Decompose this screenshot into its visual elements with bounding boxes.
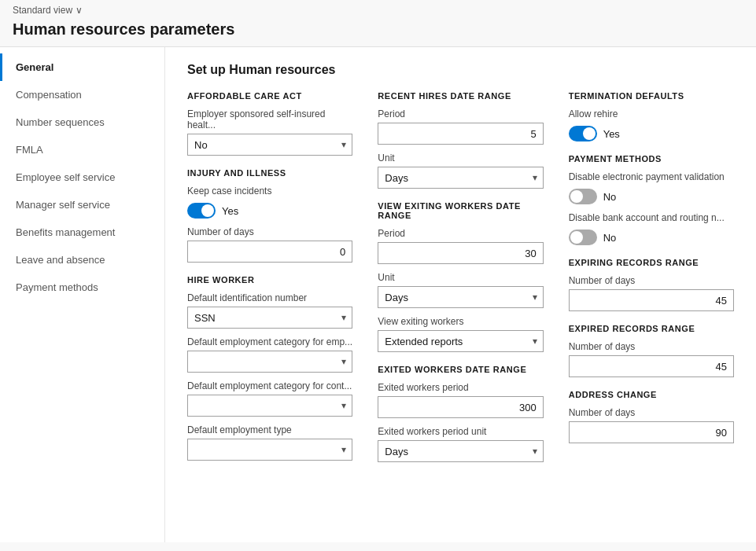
sidebar: General Compensation Number sequences FM… [0,47,165,542]
termination-defaults-header: TERMINATION DEFAULTS [569,91,734,101]
sidebar-item-employee-self-service[interactable]: Employee self service [0,163,164,191]
default-id-select[interactable]: SSN [187,307,352,329]
sidebar-item-manager-self-service[interactable]: Manager self service [0,191,164,219]
emp-cat-cont-select-wrapper [187,395,352,417]
allow-rehire-toggle[interactable] [569,126,597,141]
exited-period-label: Exited workers period [378,382,543,393]
default-id-select-wrapper: SSN [187,307,352,329]
emp-cat-cont-label: Default employment category for cont... [187,380,352,391]
view-label[interactable]: Standard view [13,5,72,16]
injury-days-label: Number of days [187,226,352,237]
emp-cat-emp-label: Default employment category for emp... [187,336,352,347]
view-exiting-workers-select-wrapper: Extended reports Direct reports [378,330,543,352]
recent-hires-period-input[interactable] [378,123,543,145]
employer-sponsored-select-wrapper: No Yes [187,134,352,156]
allow-rehire-toggle-text: Yes [603,128,620,140]
section-title: Set up Human resources [187,63,734,77]
employer-sponsored-label: Employer sponsored self-insured healt... [187,108,352,130]
disable-electronic-text: No [603,191,617,203]
col2: RECENT HIRES DATE RANGE Period Unit Days… [378,91,543,462]
layout: General Compensation Number sequences FM… [0,46,756,542]
view-exiting-unit-select-wrapper: Days Weeks Months [378,286,543,308]
columns-grid: AFFORDABLE CARE ACT Employer sponsored s… [187,91,734,462]
expiring-records-header: EXPIRING RECORDS RANGE [569,258,734,267]
col1: AFFORDABLE CARE ACT Employer sponsored s… [187,91,352,462]
main-content: Set up Human resources AFFORDABLE CARE A… [165,47,756,542]
sidebar-item-benefits-management[interactable]: Benefits management [0,219,164,246]
default-id-label: Default identification number [187,292,352,303]
disable-electronic-label: Disable electronic payment validation [569,171,734,182]
disable-bank-text: No [603,232,617,244]
payment-methods-header: PAYMENT METHODS [569,154,734,163]
exited-unit-select[interactable]: Days Weeks Months [378,440,543,462]
view-exiting-header: VIEW EXITING WORKERS DATE RANGE [378,201,543,220]
keep-case-toggle[interactable] [187,203,216,219]
injury-illness-header: INJURY AND ILLNESS [187,168,352,178]
address-days-label: Number of days [569,407,734,418]
address-days-input[interactable] [569,421,734,443]
view-exiting-workers-label: View exiting workers [378,316,543,327]
view-exiting-unit-select[interactable]: Days Weeks Months [378,286,543,308]
sidebar-item-compensation[interactable]: Compensation [0,81,164,108]
expired-records-header: EXPIRED RECORDS RANGE [569,324,734,333]
col3: TERMINATION DEFAULTS Allow rehire Yes PA… [569,91,734,462]
exited-unit-select-wrapper: Days Weeks Months [378,440,543,462]
view-exiting-unit-label: Unit [378,272,543,283]
address-change-header: ADDRESS CHANGE [569,390,734,399]
keep-case-toggle-row: Yes [187,203,352,219]
disable-bank-toggle[interactable] [569,230,597,245]
view-exiting-period-input[interactable] [378,242,543,264]
keep-case-label: Keep case incidents [187,186,352,197]
expiring-days-label: Number of days [569,275,734,286]
emp-type-select[interactable] [187,439,352,461]
disable-electronic-toggle-row: No [569,189,734,204]
chevron-down-icon: ∨ [76,5,83,16]
emp-cat-emp-select-wrapper [187,351,352,373]
sidebar-item-leave-and-absence[interactable]: Leave and absence [0,246,164,274]
keep-case-toggle-text: Yes [222,205,238,217]
expiring-days-input[interactable] [569,289,734,311]
expired-days-input[interactable] [569,355,734,377]
sidebar-item-payment-methods[interactable]: Payment methods [0,274,164,301]
recent-hires-unit-select[interactable]: Days Weeks Months [378,167,543,189]
exited-unit-label: Exited workers period unit [378,426,543,437]
disable-bank-toggle-row: No [569,230,734,245]
view-exiting-workers-select[interactable]: Extended reports Direct reports [378,330,543,352]
disable-bank-label: Disable bank account and routing n... [569,212,734,223]
sidebar-item-fmla[interactable]: FMLA [0,136,164,163]
page-title: Human resources parameters [0,17,756,46]
recent-hires-header: RECENT HIRES DATE RANGE [378,91,543,101]
employer-sponsored-select[interactable]: No Yes [187,134,352,156]
disable-electronic-toggle[interactable] [569,189,597,204]
emp-type-label: Default employment type [187,424,352,435]
emp-type-select-wrapper [187,439,352,461]
emp-cat-emp-select[interactable] [187,351,352,373]
recent-hires-period-label: Period [378,108,543,119]
sidebar-item-number-sequences[interactable]: Number sequences [0,108,164,136]
emp-cat-cont-select[interactable] [187,395,352,417]
affordable-care-act-header: AFFORDABLE CARE ACT [187,91,352,101]
hire-worker-header: HIRE WORKER [187,275,352,285]
exited-workers-header: EXITED WORKERS DATE RANGE [378,365,543,374]
top-bar: Standard view ∨ [0,0,756,17]
injury-days-input[interactable] [187,241,352,263]
recent-hires-unit-select-wrapper: Days Weeks Months [378,167,543,189]
sidebar-item-general[interactable]: General [0,53,164,81]
view-exiting-period-label: Period [378,228,543,239]
exited-period-input[interactable] [378,396,543,418]
expired-days-label: Number of days [569,341,734,352]
allow-rehire-toggle-row: Yes [569,126,734,141]
allow-rehire-label: Allow rehire [569,108,734,119]
recent-hires-unit-label: Unit [378,152,543,163]
